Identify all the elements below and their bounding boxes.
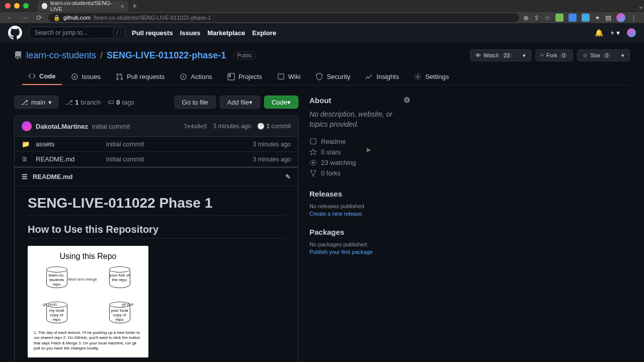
star-button[interactable]: ☆ Star 0 <box>577 49 616 61</box>
packages-heading[interactable]: Packages <box>309 228 410 236</box>
reload-button[interactable]: ⟳ <box>34 14 44 22</box>
go-to-file-button[interactable]: Go to file <box>175 96 216 109</box>
create-release-link[interactable]: Create a new release <box>309 211 410 217</box>
stars-link[interactable]: 0 stars <box>309 147 410 157</box>
search-shortcut: / <box>113 29 121 37</box>
commit-author-avatar[interactable] <box>22 121 32 131</box>
file-icon: 🗎 <box>22 155 30 163</box>
list-icon[interactable]: ☰ <box>22 173 28 180</box>
profile-avatar[interactable] <box>616 13 625 22</box>
svg-point-6 <box>312 162 314 164</box>
releases-heading[interactable]: Releases <box>309 190 410 198</box>
gear-icon[interactable]: ⚙ <box>404 96 410 105</box>
extension-icon[interactable] <box>555 14 564 22</box>
branch-selector[interactable]: ⎇ main ▾ <box>14 96 58 109</box>
tab-title: learn-co-students/SENG-LIVE <box>50 0 117 12</box>
about-description: No description, website, or topics provi… <box>309 110 410 129</box>
repo-owner-link[interactable]: learn-co-students <box>26 50 96 61</box>
tab-issues[interactable]: Issues <box>65 68 107 85</box>
create-menu[interactable]: + ▾ <box>610 29 620 37</box>
fork-button[interactable]: ⑂ Fork 0 <box>535 49 574 61</box>
svg-point-5 <box>417 76 419 78</box>
lock-icon: 🔒 <box>53 15 60 21</box>
svg-rect-4 <box>229 74 231 77</box>
svg-point-8 <box>314 170 316 172</box>
tab-pull-requests[interactable]: Pull requests <box>110 68 171 85</box>
search-input[interactable]: Search or jump to... / <box>29 27 125 39</box>
watch-dropdown[interactable]: ▾ <box>518 49 531 61</box>
watch-button[interactable]: 👁 Watch 23 <box>470 49 518 61</box>
readme-h1: SENG-LIVE-011022 Phase 1 <box>28 195 285 216</box>
file-row[interactable]: 📁 assets initial commit 3 minutes ago <box>15 137 298 152</box>
search-placeholder: Search or jump to... <box>35 29 88 36</box>
reading-list-icon[interactable]: ▤ <box>605 14 611 22</box>
repo-name-link[interactable]: SENG-LIVE-011022-phase-1 <box>107 50 226 61</box>
forward-button[interactable]: → <box>19 14 30 22</box>
branches-link[interactable]: ⎇ 1 branch <box>65 99 101 106</box>
tabs-menu-icon[interactable]: ⌄ <box>638 2 644 10</box>
github-logo[interactable] <box>8 26 22 40</box>
tab-code[interactable]: Code <box>22 68 62 85</box>
nav-pull-requests[interactable]: Pull requests <box>132 29 173 37</box>
bookmark-icon[interactable]: ☆ <box>544 14 550 22</box>
publish-package-link[interactable]: Publish your first package <box>309 249 410 255</box>
tab-settings[interactable]: Settings <box>408 68 455 85</box>
visibility-badge: Public <box>233 51 256 59</box>
readme-diagram: Using this Repo learn-co-students repo y… <box>28 246 148 357</box>
close-tab-icon[interactable]: × <box>120 3 124 10</box>
tags-link[interactable]: 🏷 0 tags <box>108 99 134 106</box>
notifications-icon[interactable]: 🔔 <box>595 29 603 37</box>
extension-icon[interactable] <box>582 14 590 22</box>
window-controls[interactable] <box>5 3 29 9</box>
nav-explore[interactable]: Explore <box>252 29 276 37</box>
svg-point-9 <box>312 175 314 176</box>
nav-issues[interactable]: Issues <box>180 29 200 37</box>
file-row[interactable]: 🗎 README.md initial commit 3 minutes ago <box>15 152 298 167</box>
svg-point-1 <box>73 76 75 78</box>
commit-author[interactable]: DakotaLMartinez <box>36 123 88 130</box>
back-button[interactable]: ← <box>4 14 15 22</box>
about-heading: About <box>309 96 331 105</box>
address-bar[interactable]: 🔒 github.com/learn-co-students/SENG-LIVE… <box>48 13 519 22</box>
user-avatar[interactable] <box>627 28 636 37</box>
star-dropdown[interactable]: ▾ <box>616 49 630 61</box>
nav-marketplace[interactable]: Marketplace <box>207 29 245 37</box>
menu-icon[interactable]: ⋮ <box>630 14 637 22</box>
tab-wiki[interactable]: Wiki <box>271 68 307 85</box>
forks-link[interactable]: 0 forks <box>309 168 410 178</box>
readme-link[interactable]: Readme <box>309 136 410 147</box>
code-button[interactable]: Code ▾ <box>264 96 298 109</box>
share-icon[interactable]: ⇧ <box>534 14 539 22</box>
commit-time: 3 minutes ago <box>213 123 251 130</box>
zoom-icon[interactable]: ⊕ <box>523 14 529 22</box>
edit-readme-icon[interactable]: ✎ <box>285 173 291 180</box>
add-file-button[interactable]: Add file ▾ <box>220 96 260 109</box>
url-domain: github.com <box>63 15 91 21</box>
tab-projects[interactable]: Projects <box>221 68 268 85</box>
readme-filename[interactable]: README.md <box>33 173 72 180</box>
tab-security[interactable]: Security <box>309 68 356 85</box>
commits-link[interactable]: 🕐 1 commit <box>257 123 291 130</box>
folder-icon: 📁 <box>22 140 30 148</box>
readme-h2: How to Use this Repository <box>28 224 285 239</box>
tab-insights[interactable]: Insights <box>359 68 405 85</box>
repo-icon <box>14 51 22 59</box>
extensions-icon[interactable]: ✦ <box>595 14 600 22</box>
commit-message[interactable]: initial commit <box>92 123 130 130</box>
svg-point-7 <box>310 170 312 172</box>
tab-actions[interactable]: Actions <box>174 68 218 85</box>
latest-commit[interactable]: DakotaLMartinez initial commit 7e4a8e5 3… <box>14 116 298 137</box>
new-tab-button[interactable]: + <box>132 2 137 11</box>
extension-icon[interactable] <box>569 14 577 22</box>
commit-hash[interactable]: 7e4a8e5 <box>184 123 207 130</box>
browser-tab[interactable]: ⬤ learn-co-students/SENG-LIVE × <box>38 1 128 12</box>
separator: / <box>100 50 103 61</box>
github-favicon: ⬤ <box>42 3 47 9</box>
watching-link[interactable]: 23 watching <box>309 157 410 168</box>
